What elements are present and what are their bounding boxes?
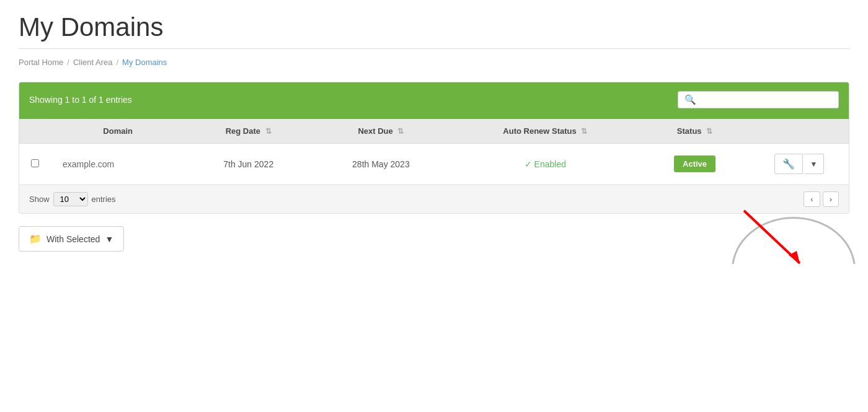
search-icon: 🔍 [684, 94, 696, 105]
row-next-due: 28th May 2023 [311, 144, 451, 185]
svg-marker-1 [789, 251, 800, 263]
col-checkbox [19, 118, 50, 144]
pagination-prev[interactable]: ‹ [804, 191, 820, 207]
domains-table-container: Showing 1 to 1 of 1 entries 🔍 Domain Reg… [19, 82, 849, 214]
title-divider [19, 48, 849, 49]
col-status[interactable]: Status ⇅ [640, 118, 750, 144]
row-status: Active [640, 144, 750, 185]
search-input[interactable] [700, 95, 832, 105]
col-domain: Domain [50, 118, 185, 144]
manage-button[interactable]: 🔧 [774, 154, 803, 174]
show-entries: Show 10 25 50 100 entries [29, 192, 116, 206]
row-auto-renew: ✓ Enabled [451, 144, 640, 185]
check-icon: ✓ [525, 159, 532, 169]
pagination-next[interactable]: › [823, 191, 839, 207]
search-box: 🔍 [678, 91, 839, 108]
breadcrumb-sep-1: / [67, 58, 69, 67]
page-title: My Domains [19, 12, 849, 42]
with-selected-label: With Selected [46, 234, 100, 244]
breadcrumb-my-domains: My Domains [122, 58, 167, 67]
table-header-bar: Showing 1 to 1 of 1 entries 🔍 [19, 82, 849, 117]
per-page-select[interactable]: 10 25 50 100 [53, 192, 88, 206]
svg-line-0 [744, 211, 800, 263]
sort-auto-renew-icon: ⇅ [581, 127, 587, 136]
folder-icon: 📁 [29, 233, 42, 245]
entries-label: entries [92, 195, 116, 204]
with-selected-button[interactable]: 📁 With Selected ▼ [19, 226, 124, 252]
entries-count-text: Showing 1 to 1 of 1 entries [29, 95, 132, 105]
pagination: ‹ › [804, 191, 839, 207]
col-auto-renew[interactable]: Auto Renew Status ⇅ [451, 118, 640, 144]
breadcrumb-client-area[interactable]: Client Area [73, 58, 113, 67]
dropdown-button[interactable]: ▼ [804, 154, 825, 174]
with-selected-dropdown-icon: ▼ [105, 234, 113, 244]
row-checkbox-cell [19, 144, 50, 185]
action-buttons: 🔧 ▼ [758, 154, 840, 174]
table-header-row: Domain Reg Date ⇅ Next Due ⇅ Auto Renew … [19, 118, 849, 144]
col-next-due[interactable]: Next Due ⇅ [311, 118, 451, 144]
sort-status-icon: ⇅ [706, 127, 712, 136]
breadcrumb: Portal Home / Client Area / My Domains [19, 58, 849, 67]
sort-next-due-icon: ⇅ [397, 127, 404, 136]
sort-reg-date-icon: ⇅ [265, 127, 272, 136]
breadcrumb-sep-2: / [116, 58, 118, 67]
breadcrumb-portal-home[interactable]: Portal Home [19, 58, 63, 67]
row-domain: example.com [50, 144, 185, 185]
show-label: Show [29, 195, 50, 204]
row-actions: 🔧 ▼ [750, 144, 849, 185]
row-reg-date: 7th Jun 2022 [185, 144, 311, 185]
table-row: example.com 7th Jun 2022 28th May 2023 ✓… [19, 144, 849, 185]
col-reg-date[interactable]: Reg Date ⇅ [185, 118, 311, 144]
row-checkbox[interactable] [31, 159, 39, 167]
table-footer: Show 10 25 50 100 entries ‹ › [19, 185, 849, 213]
circle-highlight [732, 217, 856, 264]
col-actions [750, 118, 849, 144]
domains-table: Domain Reg Date ⇅ Next Due ⇅ Auto Renew … [19, 117, 849, 185]
status-badge: Active [674, 156, 715, 172]
